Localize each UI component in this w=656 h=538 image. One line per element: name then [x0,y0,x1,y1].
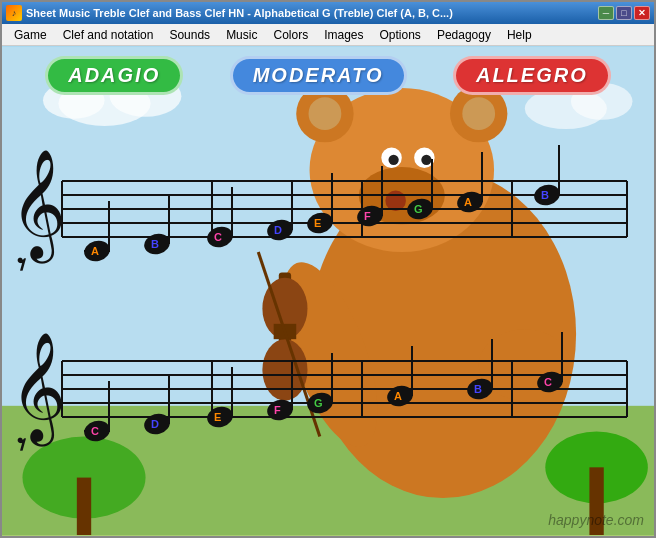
svg-text:E: E [314,217,321,229]
svg-text:F: F [364,210,371,222]
minimize-button[interactable]: ─ [598,6,614,20]
menu-colors[interactable]: Colors [265,26,316,44]
svg-text:C: C [214,231,222,243]
menu-sounds[interactable]: Sounds [161,26,218,44]
svg-text:A: A [394,390,402,402]
svg-text:𝄾: 𝄾 [17,257,26,271]
menu-game[interactable]: Game [6,26,55,44]
svg-text:C: C [91,425,99,437]
svg-text:C: C [544,376,552,388]
menu-clef-notation[interactable]: Clef and notation [55,26,162,44]
menu-music[interactable]: Music [218,26,265,44]
menu-pedagogy[interactable]: Pedagogy [429,26,499,44]
restore-button[interactable]: □ [616,6,632,20]
window-controls: ─ □ ✕ [598,6,650,20]
badge-allegro: ALLEGRO [453,56,611,95]
svg-text:E: E [214,411,221,423]
menu-options[interactable]: Options [372,26,429,44]
svg-text:F: F [274,404,281,416]
close-button[interactable]: ✕ [634,6,650,20]
app-icon: ♪ [6,5,22,21]
svg-text:𝄞: 𝄞 [10,333,66,447]
svg-text:D: D [151,418,159,430]
svg-text:A: A [91,245,99,257]
badge-moderato: MODERATO [230,56,407,95]
svg-text:A: A [464,196,472,208]
svg-text:G: G [414,203,423,215]
svg-text:B: B [474,383,482,395]
watermark: happynote.com [548,512,644,528]
menu-bar: Game Clef and notation Sounds Music Colo… [2,24,654,46]
menu-help[interactable]: Help [499,26,540,44]
svg-text:B: B [151,238,159,250]
svg-text:D: D [274,224,282,236]
svg-text:G: G [314,397,323,409]
content-area: ADAGIO MODERATO ALLEGRO 𝄞 [2,46,654,536]
tempo-badges: ADAGIO MODERATO ALLEGRO [2,56,654,95]
svg-text:B: B [541,189,549,201]
window-title: Sheet Music Treble Clef and Bass Clef HN… [26,7,598,19]
menu-images[interactable]: Images [316,26,371,44]
app-window: ♪ Sheet Music Treble Clef and Bass Clef … [0,0,656,538]
svg-text:𝄞: 𝄞 [10,150,66,264]
sheet-music: 𝄞 A B [2,101,638,521]
badge-adagio: ADAGIO [45,56,183,95]
title-bar: ♪ Sheet Music Treble Clef and Bass Clef … [2,2,654,24]
